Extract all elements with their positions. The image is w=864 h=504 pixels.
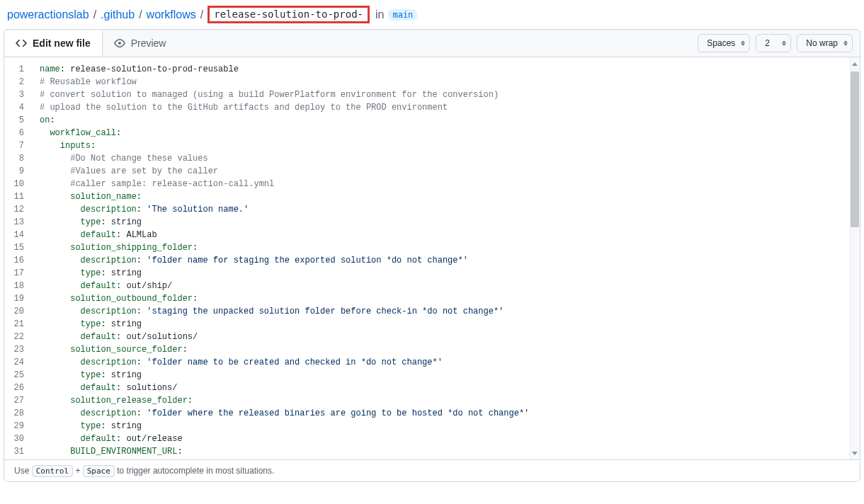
scroll-down-icon[interactable] [850,448,860,458]
scrollbar-thumb[interactable] [851,71,859,227]
line-content: solution_shipping_folder: [35,241,860,254]
code-line: 9 #Values are set by the caller [4,165,860,178]
line-content: name: release-solution-to-prod-reusable [35,63,860,76]
line-number: 7 [4,139,35,152]
line-number: 10 [4,178,35,190]
code-line: 22 default: out/solutions/ [4,331,860,343]
breadcrumb-path2[interactable]: workflows [147,8,196,21]
footer-plus: + [75,466,80,476]
line-number: 19 [4,292,35,305]
indent-mode-value: Spaces [707,38,735,48]
line-number: 16 [4,254,35,267]
line-number: 22 [4,331,35,343]
breadcrumb-sep: / [139,8,142,21]
editor-options: Spaces 2 No wrap [690,30,860,57]
code-line: 2# Reusable workflow [4,76,860,88]
line-number: 27 [4,394,35,407]
breadcrumb-repo[interactable]: poweractionslab [7,8,89,21]
footer-hint: Use Control + Space to trigger autocompl… [4,459,860,481]
line-content: description: 'folder name to be created … [35,356,860,369]
code-line: 3# convert solution to managed (using a … [4,88,860,101]
code-line: 28 description: 'folder where the releas… [4,407,860,420]
line-content: default: out/ship/ [35,280,860,292]
line-content: workflow_call: [35,127,860,139]
code-line: 7 inputs: [4,139,860,152]
code-line: 31 BUILD_ENVIRONMENT_URL: [4,445,860,458]
code-scroll-container: 1name: release-solution-to-prod-reusable… [4,57,860,459]
code-line: 8 #Do Not change these values [4,152,860,165]
tab-edit-label: Edit new file [33,38,91,49]
in-label: in [375,8,384,21]
line-number: 2 [4,76,35,88]
tab-preview-label: Preview [131,38,166,49]
code-line: 18 default: out/ship/ [4,280,860,292]
wrap-select[interactable]: No wrap [797,34,853,52]
code-line: 26 default: solutions/ [4,382,860,394]
code-line: 5on: [4,114,860,127]
code-line: 25 type: string [4,369,860,382]
updown-caret-icon [843,41,848,46]
line-number: 8 [4,152,35,165]
line-number: 11 [4,190,35,203]
line-number: 3 [4,88,35,101]
footer-prefix: Use [14,466,29,476]
line-content: solution_name: [35,190,860,203]
line-content: solution_outbound_folder: [35,292,860,305]
line-content: default: ALMLab [35,229,860,241]
scrollbar-track[interactable] [850,57,860,459]
indent-mode-select[interactable]: Spaces [698,34,750,52]
line-number: 30 [4,433,35,445]
line-number: 1 [4,63,35,76]
branch-badge: main [388,9,417,21]
code-line: 6 workflow_call: [4,127,860,139]
line-content: # convert solution to managed (using a b… [35,88,860,101]
line-number: 18 [4,280,35,292]
line-content: type: string [35,369,860,382]
tab-bar: Edit new file Preview Spaces 2 No wrap [4,30,860,57]
scroll-up-icon[interactable] [850,59,860,69]
line-content: default: solutions/ [35,382,860,394]
line-number: 13 [4,216,35,229]
line-number: 15 [4,241,35,254]
line-content: description: 'folder name for staging th… [35,254,860,267]
code-line: 12 description: 'The solution name.' [4,203,860,216]
line-number: 14 [4,229,35,241]
code-editor[interactable]: 1name: release-solution-to-prod-reusable… [4,57,860,459]
breadcrumb: poweractionslab / .github / workflows / … [0,0,864,29]
line-content: #Values are set by the caller [35,165,860,178]
line-content: default: out/solutions/ [35,331,860,343]
line-number: 5 [4,114,35,127]
editor-container: Edit new file Preview Spaces 2 No wrap 1… [4,29,860,482]
code-line: 29 type: string [4,420,860,433]
code-line: 20 description: 'staging the unpacked so… [4,305,860,318]
line-number: 6 [4,127,35,139]
eye-icon [114,38,125,49]
code-line: 32 description: 'Build environment url.' [4,458,860,459]
filename-input[interactable]: release-solution-to-prod- [208,6,370,23]
line-content: type: string [35,420,860,433]
line-number: 29 [4,420,35,433]
updown-caret-icon [782,41,786,46]
code-line: 15 solution_shipping_folder: [4,241,860,254]
line-number: 26 [4,382,35,394]
line-number: 32 [4,458,35,459]
line-number: 12 [4,203,35,216]
line-number: 25 [4,369,35,382]
tab-edit-file[interactable]: Edit new file [4,30,103,56]
line-number: 4 [4,101,35,114]
code-line: 24 description: 'folder name to be creat… [4,356,860,369]
line-number: 24 [4,356,35,369]
line-content: description: 'folder where the released … [35,407,860,420]
indent-size-select[interactable]: 2 [756,34,791,52]
breadcrumb-sep: / [93,8,96,21]
breadcrumb-path1[interactable]: .github [101,8,135,21]
line-content: default: out/release [35,433,860,445]
line-content: type: string [35,267,860,280]
kbd-control: Control [32,465,73,477]
line-content: # upload the solution to the GitHub arti… [35,101,860,114]
code-line: 23 solution_source_folder: [4,343,860,356]
line-content: on: [35,114,860,127]
line-number: 9 [4,165,35,178]
code-line: 30 default: out/release [4,433,860,445]
tab-preview[interactable]: Preview [103,30,178,56]
